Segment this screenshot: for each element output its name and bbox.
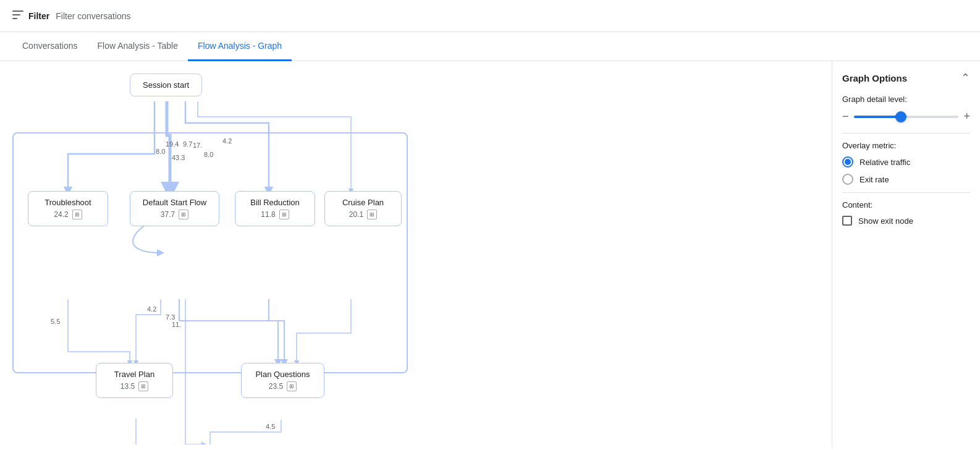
filter-label: Filter <box>28 11 49 21</box>
session-start-label: Session start <box>143 80 189 90</box>
outer-box <box>12 132 408 373</box>
radio-exit-outer <box>842 174 853 185</box>
panel-divider-1 <box>842 133 970 134</box>
show-exit-node-checkbox[interactable] <box>842 216 852 226</box>
node-cruise-value: 20.1 ⊞ <box>334 210 392 219</box>
content-label: Content: <box>842 200 970 210</box>
tab-flow-table[interactable]: Flow Analysis - Table <box>88 32 188 61</box>
graph-options-panel: Graph Options ⌃ Graph detail level: − + … <box>832 61 980 446</box>
tab-conversations[interactable]: Conversations <box>12 32 88 61</box>
session-start-node[interactable]: Session start <box>130 74 202 96</box>
panel-collapse-button[interactable]: ⌃ <box>961 71 970 85</box>
edge-label-5: 17. <box>193 142 202 149</box>
node-cruise-title: Cruise Plan <box>334 198 392 207</box>
node-travel-value: 13.5 ⊞ <box>105 381 164 391</box>
radio-relative-outer <box>842 156 853 168</box>
edge-label-12: 4.5 <box>266 423 275 430</box>
radio-relative-inner <box>845 159 851 165</box>
panel-header: Graph Options ⌃ <box>842 71 970 85</box>
panel-title: Graph Options <box>842 73 907 83</box>
edge-label-3: 43.3 <box>172 154 185 161</box>
node-default-start[interactable]: Default Start Flow 37.7 ⊞ <box>130 191 219 226</box>
node-default-icon: ⊞ <box>179 210 188 219</box>
filter-conversations: Filter conversations <box>56 11 130 21</box>
slider-thumb[interactable] <box>895 111 906 122</box>
node-cruise-icon: ⊞ <box>367 210 377 219</box>
node-default-value: 37.7 ⊞ <box>139 210 210 219</box>
node-troubleshoot-value: 24.2 ⊞ <box>37 210 99 219</box>
edge-label-9: 4.2 <box>147 305 156 313</box>
node-travel-title: Travel Plan <box>105 370 164 379</box>
overlay-label: Overlay metric: <box>842 141 970 150</box>
radio-relative-label: Relative traffic <box>860 158 910 167</box>
panel-divider-2 <box>842 192 970 193</box>
svg-rect-2 <box>12 18 17 19</box>
node-bill-value: 11.8 ⊞ <box>244 210 306 219</box>
node-plan-questions[interactable]: Plan Questions 23.5 ⊞ <box>241 363 324 398</box>
show-exit-node-row[interactable]: Show exit node <box>842 216 970 226</box>
node-cruise-plan[interactable]: Cruise Plan 20.1 ⊞ <box>324 191 402 226</box>
node-plan-icon: ⊞ <box>287 381 297 391</box>
main-content: Session start <box>0 61 980 446</box>
node-plan-value: 23.5 ⊞ <box>250 381 315 391</box>
slider-minus-button[interactable]: − <box>842 110 849 123</box>
node-plan-title: Plan Questions <box>250 370 315 379</box>
graph-area[interactable]: Session start <box>0 61 832 446</box>
filter-icon <box>12 11 23 21</box>
node-troubleshoot-title: Troubleshoot <box>37 198 99 207</box>
node-bill-reduction[interactable]: Bill Reduction 11.8 ⊞ <box>235 191 315 226</box>
tabs-bar: Conversations Flow Analysis - Table Flow… <box>0 32 980 61</box>
show-exit-node-label: Show exit node <box>858 216 913 226</box>
node-travel-plan[interactable]: Travel Plan 13.5 ⊞ <box>96 363 173 398</box>
graph-container: Session start <box>12 74 433 432</box>
radio-relative-traffic[interactable]: Relative traffic <box>842 156 970 168</box>
edge-label-10: 7.3 <box>166 313 175 321</box>
edge-label-1: 8.0 <box>156 148 165 155</box>
detail-level-label: Graph detail level: <box>842 95 970 104</box>
svg-rect-1 <box>12 14 20 15</box>
top-bar: Filter Filter conversations <box>0 0 980 32</box>
node-troubleshoot-icon: ⊞ <box>72 210 82 219</box>
edge-label-4: 9.7 <box>183 140 192 148</box>
radio-exit-label: Exit rate <box>860 175 889 184</box>
node-travel-icon: ⊞ <box>138 381 148 391</box>
node-bill-title: Bill Reduction <box>244 198 306 207</box>
tab-flow-graph[interactable]: Flow Analysis - Graph <box>188 32 292 61</box>
node-default-title: Default Start Flow <box>139 198 210 207</box>
slider-plus-button[interactable]: + <box>963 110 970 123</box>
edge-label-6: 8.0 <box>204 151 213 158</box>
edge-label-7: 4.2 <box>222 137 232 145</box>
edge-label-8: 5.5 <box>51 318 60 325</box>
node-bill-icon: ⊞ <box>279 210 289 219</box>
edge-label-2: 19.4 <box>166 140 179 148</box>
node-troubleshoot[interactable]: Troubleshoot 24.2 ⊞ <box>28 191 108 226</box>
slider-row: − + <box>842 110 970 123</box>
edge-label-11: 11. <box>172 321 181 328</box>
radio-exit-rate[interactable]: Exit rate <box>842 174 970 185</box>
slider-track[interactable] <box>854 116 959 118</box>
svg-rect-0 <box>12 11 23 12</box>
